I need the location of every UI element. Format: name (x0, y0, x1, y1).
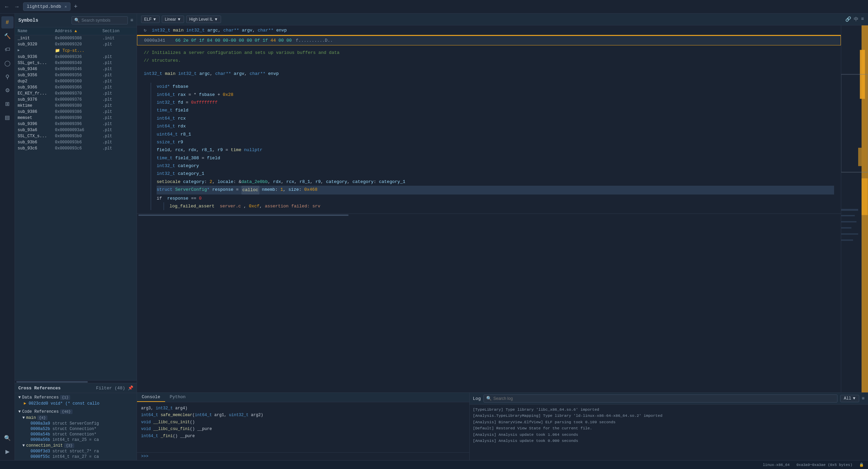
code-line: if response == 0 (157, 195, 834, 202)
nav-sidebar-button[interactable]: ◯ (1, 57, 14, 69)
xref-content: ▼ Data References {1} ► 0023cdd0 void* (… (15, 393, 137, 460)
list-item[interactable]: sub_93a6 0x00000093a6 .plt (15, 127, 137, 133)
col-section-header[interactable]: Section (102, 29, 130, 34)
xref-arrow-icon: ► (24, 401, 28, 406)
tab-close-button[interactable]: ✕ (64, 4, 67, 9)
grid-sidebar-button[interactable]: ⊞ (1, 98, 14, 110)
code-hscrollbar[interactable] (137, 213, 841, 216)
chevron-down-icon: ▼ (177, 17, 181, 22)
symbol-col-headers: Name Address ▲ Section (15, 27, 137, 35)
code-line: int32_t category_1 (157, 170, 834, 178)
xref-main-header[interactable]: ▼ main {4} (22, 415, 133, 421)
log-entry: [Analysis] Analysis update took 1.064 se… (473, 432, 865, 438)
code-comment-2: // structures. (144, 57, 834, 64)
table-sidebar-button[interactable]: ▤ (1, 111, 14, 123)
code-hscroll-thumb (138, 215, 349, 216)
search-sidebar-button[interactable]: 🔍 (1, 432, 14, 444)
symbols-sidebar-button[interactable]: # (1, 16, 14, 28)
list-item[interactable]: sub_9336 0x000009336 .plt (15, 54, 137, 60)
list-item[interactable]: sub_9346 0x000009346 .plt (15, 66, 137, 72)
add-tab-button[interactable]: + (73, 2, 79, 12)
main-layout: # 🔨 🏷 ◯ ⚲ ⚙ ⊞ ▤ 🔍 ▶ Symbols 🔍 ≡ Name Add… (0, 14, 868, 460)
list-item[interactable]: sub_9320 0x000009320 .plt (15, 41, 137, 47)
symbol-hscrollbar[interactable] (15, 380, 137, 383)
symbol-hscroll-thumb (16, 381, 88, 383)
xref-code-entry[interactable]: 0000a56b int64_t rax_25 = ca (22, 437, 133, 443)
list-item[interactable]: sub_9366 0x000009366 .plt (15, 84, 137, 90)
console-prompt[interactable]: >>> (137, 452, 469, 460)
xref-conn-header[interactable]: ▼ connection_init {3} (22, 443, 133, 449)
log-menu-icon[interactable]: ≡ (862, 396, 865, 401)
list-item[interactable]: ▶ 📁 Tcp-st... (15, 47, 137, 54)
tab-console[interactable]: Console (137, 393, 165, 402)
back-button[interactable]: ← (3, 2, 11, 11)
tab-label: lighttpd.bndb (27, 4, 61, 9)
plugin-sidebar-button[interactable]: 🔨 (1, 30, 14, 42)
symbol-menu-icon[interactable]: ≡ (131, 18, 133, 23)
xref-filter[interactable]: Filter (48) (96, 386, 125, 391)
status-bar: linux-x86_64 0xa3a9~0xa3ae (0x5 bytes) 🔒 (0, 460, 868, 469)
refresh-icon[interactable]: ↻ (144, 27, 146, 33)
col-address-header[interactable]: Address ▲ (55, 29, 102, 34)
log-entry: [Analysis] BinaryView.ElfView] ELF parsi… (473, 419, 865, 425)
list-item[interactable]: dup2 0x000009360 .plt (15, 78, 137, 84)
xref-conn-label: connection_init (26, 443, 63, 448)
xref-data-refs-header[interactable]: ▼ Data References {1} (18, 394, 133, 401)
settings-sidebar-button[interactable]: ⚙ (1, 84, 14, 96)
tags-sidebar-button[interactable]: 🏷 (1, 43, 14, 56)
log-header: Log 🔍 All ▼ ≡ (470, 393, 868, 405)
xref-code-entry[interactable]: 0000f55c int64_t rax_27 = ca (22, 454, 133, 460)
log-search-input[interactable] (493, 396, 835, 401)
elf-dropdown-button[interactable]: ELF ▼ (141, 16, 160, 23)
cjk-icon[interactable]: 中 (854, 16, 859, 22)
xref-code-refs-label: Code References (22, 409, 59, 414)
symbol-search-input[interactable] (81, 18, 125, 23)
log-search-box[interactable]: 🔍 (484, 394, 837, 403)
terminal-sidebar-button[interactable]: ▶ (1, 445, 14, 457)
symbol-search-box[interactable]: 🔍 (72, 16, 127, 24)
xref-data-entry[interactable]: ► 0023cdd0 void* (* const callo (18, 401, 133, 407)
link-icon[interactable]: 🔗 (845, 16, 851, 22)
symbol-panel: Symbols 🔍 ≡ Name Address ▲ Section _init… (15, 14, 137, 460)
list-item[interactable]: mktime 0x000009380 .plt (15, 103, 137, 109)
expand-icon: ▶ (18, 48, 54, 53)
xref-data-refs-section: ▼ Data References {1} ► 0023cdd0 void* (… (15, 393, 137, 407)
symbol-table: _init 0x000009308 .init sub_9320 0x00000… (15, 35, 137, 380)
list-item[interactable]: sub_9376 0x000009376 .plt (15, 97, 137, 103)
toolbar: ELF ▼ Linear ▼ High Level IL ▼ 🔗 中 ≡ (137, 14, 868, 25)
list-item[interactable]: SSL_get_s... 0x000009340 .plt (15, 60, 137, 66)
xref-code-entry[interactable]: 0000a52b struct Connection* (22, 426, 133, 432)
list-item[interactable]: sub_93b6 0x0000093b6 .plt (15, 139, 137, 145)
log-title: Log (473, 396, 481, 401)
status-address: 0xa3a9~0xa3ae (0x5 bytes) (796, 463, 852, 467)
list-item[interactable]: sub_9356 0x000009356 .plt (15, 72, 137, 78)
list-item[interactable]: sub_9386 0x000009386 .plt (15, 109, 137, 115)
linear-dropdown-button[interactable]: Linear ▼ (162, 16, 184, 23)
code-view[interactable]: ↻ int32_t main int32_t argc, char** argv… (137, 25, 841, 392)
xref-code-refs-header[interactable]: ▼ Code References {46} (18, 409, 133, 415)
assembly-line: 0000a341 66 2e 0f 1f 84 00 00-00 00 00 0… (137, 36, 841, 45)
xref-main-count: {4} (37, 415, 47, 420)
list-item[interactable]: sub_9396 0x000009396 .plt (15, 121, 137, 127)
forward-button[interactable]: → (13, 2, 21, 11)
xref-code-entry[interactable]: 0000a3a9 struct ServerConfig (22, 421, 133, 426)
xref-code-entry[interactable]: 0000a54b struct Connection* (22, 432, 133, 437)
hlil-dropdown-button[interactable]: High Level IL ▼ (186, 16, 221, 23)
menu-icon[interactable]: ≡ (861, 16, 864, 22)
list-item[interactable]: memset 0x000009390 .plt (15, 115, 137, 121)
xref-pin-button[interactable]: 📌 (128, 385, 133, 391)
chevron-down-icon: ▼ (214, 17, 218, 22)
xref-code-entry[interactable]: 0000f3d3 struct struct_7* ra (22, 449, 133, 454)
file-tab[interactable]: lighttpd.bndb ✕ (23, 2, 71, 11)
col-name-header[interactable]: Name (18, 29, 55, 34)
list-item[interactable]: SSL_CTX_s... 0x0000093b0 .plt (15, 133, 137, 139)
xref-connection-init-group: ▼ connection_init {3} 0000f3d3 struct st… (18, 443, 133, 460)
log-filter-dropdown[interactable]: All ▼ (840, 395, 859, 402)
chevron-down-icon: ▼ (853, 396, 855, 401)
asm-repr: f..........D.. (296, 38, 333, 43)
list-item[interactable]: EC_KEY_fr... 0x000009370 .plt (15, 90, 137, 97)
branch-sidebar-button[interactable]: ⚲ (1, 70, 14, 83)
list-item[interactable]: _init 0x000009308 .init (15, 35, 137, 41)
tab-python[interactable]: Python (165, 393, 191, 402)
list-item[interactable]: sub_93c6 0x0000093c6 .plt (15, 145, 137, 151)
